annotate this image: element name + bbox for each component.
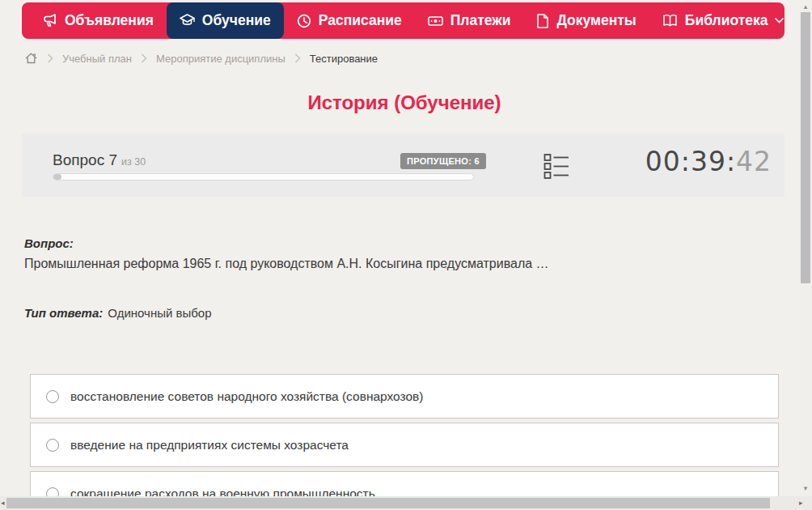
breadcrumb-item-testing: Тестирование [310, 53, 378, 65]
nav-item-label: Объявления [65, 12, 154, 29]
nav-item-library[interactable]: Библиотека [649, 2, 797, 39]
breadcrumb: Учебный план Мероприятие дисциплины Тест… [24, 50, 378, 66]
vertical-scrollbar-thumb[interactable] [801, 12, 810, 283]
nav-item-label: Расписание [319, 12, 402, 29]
horizontal-scrollbar-thumb[interactable] [6, 498, 770, 508]
scroll-down-arrow-icon[interactable]: ▾ [799, 484, 812, 492]
chevron-down-icon [775, 18, 784, 23]
breadcrumb-item-discipline-event[interactable]: Мероприятие дисциплины [156, 53, 285, 65]
answer-type-label: Тип ответа: [24, 306, 103, 320]
progress-bar-fill [53, 174, 61, 180]
answer-option-1[interactable]: восстановление советов народного хозяйст… [30, 374, 779, 419]
radio-button[interactable] [46, 439, 59, 452]
question-header-card: Вопрос 7из 30 ПРОПУЩЕНО: 6 00:39:42 [22, 134, 785, 197]
answer-option-label: введение на предприятиях системы хозрасч… [70, 438, 349, 453]
radio-button[interactable] [46, 390, 59, 403]
nav-item-announcements[interactable]: Объявления [30, 2, 167, 39]
scroll-right-arrow-icon[interactable]: ▸ [799, 499, 803, 507]
answer-type: Тип ответа:Одиночный выбор [24, 306, 212, 320]
answer-option-2[interactable]: введение на предприятиях системы хозрасч… [30, 423, 779, 467]
nav-item-label: Обучение [202, 12, 271, 29]
main-nav: Объявления Обучение Расписание Платежи Д… [22, 2, 785, 39]
question-list-icon[interactable] [543, 153, 569, 180]
breadcrumb-separator-icon [47, 53, 53, 63]
home-icon[interactable] [24, 52, 38, 65]
scroll-left-arrow-icon[interactable]: ◂ [1, 499, 5, 507]
skipped-badge: ПРОПУЩЕНО: 6 [400, 153, 486, 169]
vertical-scrollbar[interactable]: ▴ ▾ [799, 0, 812, 496]
answer-options: восстановление советов народного хозяйст… [30, 374, 779, 510]
breadcrumb-separator-icon [294, 53, 301, 63]
breadcrumb-item-study-plan[interactable]: Учебный план [62, 53, 132, 65]
scroll-up-arrow-icon[interactable]: ▴ [799, 2, 812, 11]
question-number: Вопрос 7из 30 [53, 151, 146, 169]
question-number-label: Вопрос 7 [53, 151, 117, 168]
answer-option-label: восстановление советов народного хозяйст… [70, 389, 424, 404]
nav-item-schedule[interactable]: Расписание [284, 2, 415, 39]
nav-item-label: Библиотека [685, 12, 768, 29]
nav-item-payments[interactable]: Платежи [415, 2, 524, 39]
horizontal-scrollbar[interactable]: ◂ ▸ [0, 496, 812, 510]
banknote-icon [428, 15, 443, 28]
question-text: Промышленная реформа 1965 г. под руковод… [24, 257, 760, 271]
clock-icon [297, 14, 311, 28]
nav-item-label: Платежи [450, 12, 511, 29]
breadcrumb-separator-icon [141, 53, 147, 63]
page-title: История (Обучение) [0, 91, 809, 114]
timer: 00:39:42 [645, 146, 772, 177]
open-book-icon [662, 14, 678, 28]
nav-item-learning[interactable]: Обучение [167, 2, 284, 39]
megaphone-icon [43, 14, 57, 28]
answer-type-value: Одиночный выбор [108, 306, 211, 320]
graduation-cap-icon [180, 14, 195, 28]
progress-bar [53, 173, 474, 181]
nav-item-documents[interactable]: Документы [523, 2, 649, 39]
question-of-total: из 30 [121, 156, 146, 168]
timer-hours-minutes: 00:39: [645, 146, 736, 177]
question-heading: Вопрос: [24, 236, 74, 250]
document-icon [536, 14, 549, 28]
timer-seconds: 42 [736, 146, 772, 177]
nav-item-label: Документы [556, 12, 636, 29]
